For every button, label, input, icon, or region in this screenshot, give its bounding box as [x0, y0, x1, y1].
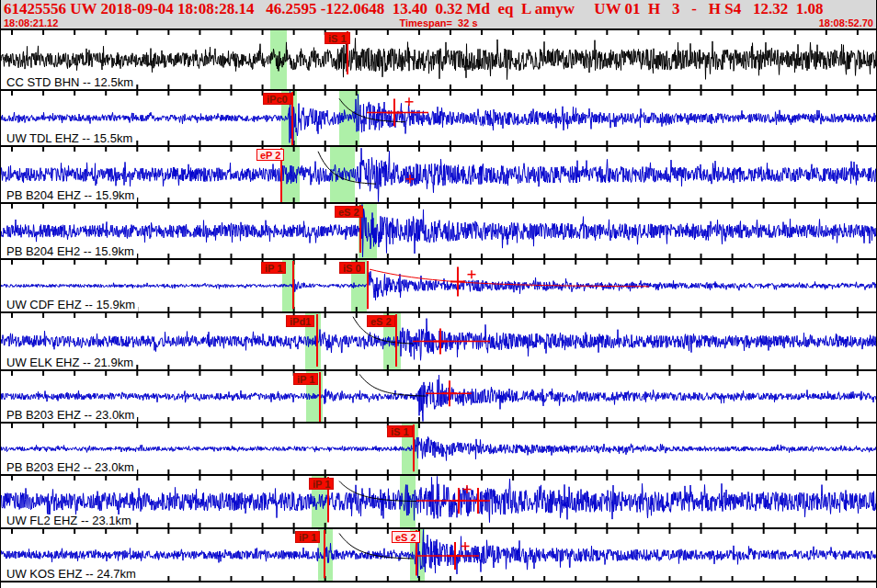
pick-flag[interactable]: eS 2 [335, 206, 363, 218]
event-header: 61425556 UW 2018-09-04 18:08:28.14 46.25… [1, 0, 876, 30]
footer-strip [1, 582, 876, 588]
pick-flag[interactable]: iS 1 [325, 32, 350, 44]
station-label: PB B204 EHZ -- 15.9km [6, 189, 137, 202]
station-label: UW TDL EHZ -- 15.5km [6, 132, 135, 145]
timespan-label: Timespan= 32 s [399, 17, 477, 28]
station-label: UW ELK EHZ -- 21.9km [6, 356, 136, 369]
trace-panel-8[interactable]: iS 1PB B203 EH2 -- 23.0km [1, 424, 876, 476]
station-label: CC STD BHN -- 12.5km [6, 76, 136, 89]
pick-flag[interactable]: eP 2 [256, 149, 284, 161]
pick-flag[interactable]: iP 1 [261, 262, 286, 274]
trace-panel-1[interactable]: iS 1CC STD BHN -- 12.5km [1, 30, 876, 91]
station-label: PB B203 EHZ -- 23.0km [6, 409, 137, 422]
station-label: UW KOS EHZ -- 24.7km [6, 568, 139, 581]
trace-panel-5[interactable]: iP 1iS 0UW CDF EHZ -- 15.9km [1, 260, 876, 313]
pick-flag[interactable]: iS 0 [339, 262, 365, 274]
pick-flag[interactable]: iP 1 [309, 478, 334, 490]
station-label: UW CDF EHZ -- 15.9km [6, 299, 138, 311]
pick-flag[interactable]: iPc0 [263, 93, 291, 105]
pick-flag[interactable]: eS 2 [367, 315, 395, 327]
station-label: PB B203 EH2 -- 23.0km [6, 461, 137, 474]
time-axis-header: 18:08:21.12 Timespan= 32 s 18:08:52.70 [1, 17, 876, 28]
station-label: PB B204 EH2 -- 15.9km [6, 245, 137, 258]
seismogram-waveform [1, 319, 876, 361]
trace-panel-4[interactable]: eS 2PB B204 EH2 -- 15.9km [1, 204, 876, 260]
window-start-time: 18:08:21.12 [4, 17, 58, 28]
seismogram-waveform [1, 271, 876, 300]
pick-flag[interactable]: iPd1 [286, 315, 314, 327]
pick-flag[interactable]: iP 1 [295, 531, 320, 543]
trace-panel-6[interactable]: iPd1eS 2UW ELK EHZ -- 21.9km [1, 313, 876, 371]
seismogram-waveform [1, 39, 876, 80]
seismic-pick-window: 61425556 UW 2018-09-04 18:08:28.14 46.25… [0, 0, 877, 588]
trace-panel-9[interactable]: iP 1UW FL2 EHZ -- 23.1km [1, 476, 876, 529]
trace-area[interactable]: iS 1CC STD BHN -- 12.5kmiPc0UW TDL EHZ -… [1, 30, 876, 588]
trace-panel-10[interactable]: iP 1eS 2UW KOS EHZ -- 24.7km [1, 529, 876, 582]
seismogram-waveform [1, 436, 876, 460]
trace-panel-3[interactable]: eP 2PB B204 EHZ -- 15.9km [1, 147, 876, 204]
event-summary: 61425556 UW 2018-09-04 18:08:28.14 46.25… [1, 0, 876, 17]
pick-flag[interactable]: iP 1 [293, 373, 318, 385]
pick-flag[interactable]: eS 2 [392, 531, 420, 543]
trace-panel-2[interactable]: iPc0UW TDL EHZ -- 15.5km [1, 91, 876, 147]
pick-flag[interactable]: iS 1 [387, 425, 413, 437]
station-label: UW FL2 EHZ -- 23.1km [6, 514, 134, 527]
trace-panel-7[interactable]: iP 1PB B203 EHZ -- 23.0km [1, 371, 876, 424]
window-end-time: 18:08:52.70 [819, 17, 873, 28]
